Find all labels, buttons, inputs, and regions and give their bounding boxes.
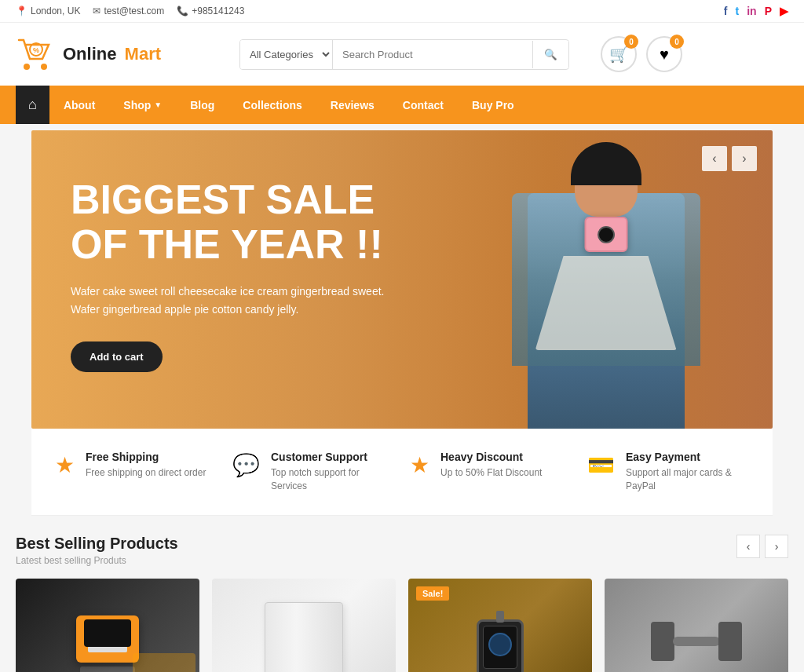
search-icon: 🔍 <box>544 49 557 60</box>
svg-point-0 <box>24 64 30 70</box>
shipping-icon: ★ <box>55 452 75 478</box>
instagram-link[interactable]: in <box>747 5 756 17</box>
hero-prev-button[interactable]: ‹ <box>702 146 727 171</box>
location-icon: 📍 <box>16 5 27 16</box>
hero-navigation: ‹ › <box>702 146 757 171</box>
svg-text:%: % <box>33 46 39 54</box>
support-icon: 💬 <box>232 452 260 478</box>
hero-next-button[interactable]: › <box>732 146 757 171</box>
feature-free-shipping: ★ Free Shipping Free shipping on direct … <box>55 451 217 493</box>
home-icon: ⌂ <box>28 97 37 113</box>
section-title-block: Best Selling Products Latest best sellin… <box>16 535 178 566</box>
nav-about[interactable]: About <box>49 88 109 122</box>
product-card[interactable] <box>16 579 199 672</box>
hero-banner: BIGGEST SALE OF THE YEAR !! Wafer cake s… <box>31 130 773 429</box>
nav-buy-pro[interactable]: Buy Pro <box>458 88 528 122</box>
feature-support-text: Customer Support Top notch support for S… <box>271 451 394 493</box>
category-select[interactable]: All Categories <box>240 40 333 69</box>
twitter-link[interactable]: t <box>736 5 740 17</box>
features-section: ★ Free Shipping Free shipping on direct … <box>31 429 773 516</box>
header: % Online Mart All Categories 🔍 🛒 0 ♥ 0 <box>0 23 804 86</box>
svg-point-1 <box>41 64 47 70</box>
feature-shipping-text: Free Shipping Free shipping on direct or… <box>86 451 206 480</box>
search-button[interactable]: 🔍 <box>532 41 568 68</box>
logo-icon: % <box>16 34 57 75</box>
nav-blog[interactable]: Blog <box>176 88 228 122</box>
hero-description: Wafer cake sweet roll cheesecake ice cre… <box>71 283 400 318</box>
feature-heavy-discount: ★ Heavy Discount Up to 50% Flat Discount <box>410 451 572 493</box>
payment-icon: 💳 <box>587 452 615 478</box>
product-image <box>16 579 199 672</box>
phone-icon: 📞 <box>177 5 188 16</box>
logo[interactable]: % Online Mart <box>16 34 161 75</box>
wishlist-badge: 0 <box>670 35 684 49</box>
heart-icon: ♥ <box>660 46 669 64</box>
discount-icon: ★ <box>410 452 429 478</box>
nav-reviews[interactable]: Reviews <box>316 88 389 122</box>
phone: 📞 +985141243 <box>177 5 244 16</box>
nav-shop[interactable]: Shop ▼ <box>109 88 176 122</box>
hero-cta-button[interactable]: Add to cart <box>71 341 163 372</box>
logo-text: Online Mart <box>63 44 161 64</box>
feature-easy-payment: 💳 Easy Payment Support all major cards &… <box>587 451 749 493</box>
cart-button[interactable]: 🛒 0 <box>601 36 637 72</box>
section-navigation: ‹ › <box>736 535 788 558</box>
wishlist-button[interactable]: ♥ 0 <box>646 36 682 72</box>
product-card[interactable] <box>605 579 788 672</box>
best-selling-section: Best Selling Products Latest best sellin… <box>0 516 804 672</box>
products-next-button[interactable]: › <box>765 535 788 558</box>
product-card[interactable] <box>212 579 396 672</box>
products-grid: Sale! <box>16 579 788 672</box>
product-card[interactable]: Sale! <box>408 579 592 672</box>
nav-contact[interactable]: Contact <box>389 88 458 122</box>
hero-title: BIGGEST SALE OF THE YEAR !! <box>71 177 400 267</box>
hero-image <box>439 130 773 429</box>
feature-payment-text: Easy Payment Support all major cards & P… <box>626 451 749 493</box>
search-bar: All Categories 🔍 <box>239 39 569 70</box>
email-icon: ✉ <box>93 5 100 16</box>
facebook-link[interactable]: f <box>724 5 728 17</box>
navbar: ⌂ About Shop ▼ Blog Collections Reviews … <box>0 86 804 124</box>
header-icons: 🛒 0 ♥ 0 <box>601 36 682 72</box>
feature-customer-support: 💬 Customer Support Top notch support for… <box>232 451 394 493</box>
email: ✉ test@test.com <box>93 5 164 16</box>
top-bar: 📍 London, UK ✉ test@test.com 📞 +98514124… <box>0 0 804 23</box>
youtube-link[interactable]: ▶ <box>780 5 788 17</box>
cart-badge: 0 <box>624 35 638 49</box>
location: 📍 London, UK <box>16 5 80 16</box>
search-input[interactable] <box>333 41 532 68</box>
top-bar-left: 📍 London, UK ✉ test@test.com 📞 +98514124… <box>16 5 244 16</box>
top-bar-social: f t in P ▶ <box>724 5 788 17</box>
product-image <box>212 579 396 672</box>
feature-discount-text: Heavy Discount Up to 50% Flat Discount <box>440 451 542 480</box>
products-prev-button[interactable]: ‹ <box>736 535 760 558</box>
nav-home-button[interactable]: ⌂ <box>16 86 49 124</box>
section-header: Best Selling Products Latest best sellin… <box>16 535 788 566</box>
chevron-down-icon: ▼ <box>154 100 162 109</box>
cart-icon: 🛒 <box>609 45 629 64</box>
sale-badge: Sale! <box>416 586 449 601</box>
hero-content: BIGGEST SALE OF THE YEAR !! Wafer cake s… <box>31 130 439 419</box>
nav-collections[interactable]: Collections <box>228 88 316 122</box>
pinterest-link[interactable]: P <box>765 5 772 17</box>
product-image <box>605 579 788 672</box>
